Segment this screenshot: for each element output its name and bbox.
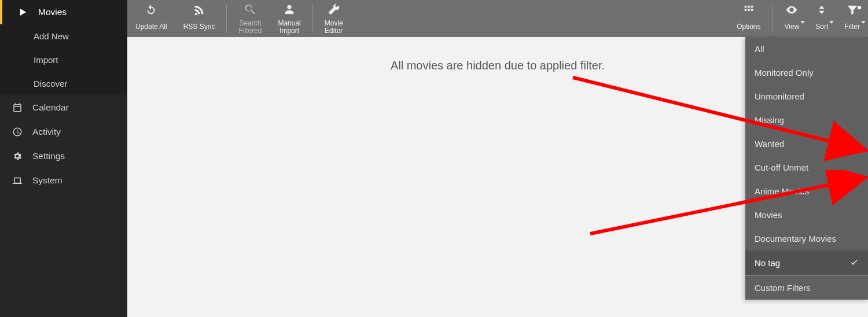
toolbar-left: Update All RSS Sync Search Filtered [127,0,351,37]
toolbar-update-all[interactable]: Update All [127,0,175,37]
toolbar-movie-editor[interactable]: Movie Editor [317,0,351,37]
calendar-icon [12,102,23,113]
filter-option-cut-off-unmet[interactable]: Cut-off Unmet [745,156,868,179]
main-area: Update All RSS Sync Search Filtered [127,0,868,317]
sidebar-item-label: Activity [32,127,61,137]
laptop-icon [12,175,23,186]
filter-option-anime-movies[interactable]: Anime Movies [745,179,868,203]
sidebar: Movies Add New Import Discover Calendar … [0,0,127,317]
sidebar-item-calendar[interactable]: Calendar [0,95,127,120]
toolbar-filter[interactable]: Filter [836,0,868,37]
toolbar-divider [773,5,773,32]
toolbar-options[interactable]: Options [729,0,768,37]
content-area: All movies are hidden due to applied fil… [127,37,868,317]
sidebar-item-activity[interactable]: Activity [0,120,127,144]
toolbar-divider [226,5,227,32]
sidebar-item-system[interactable]: System [0,168,127,193]
filter-option-unmonitored[interactable]: Unmonitored [745,84,868,108]
refresh-icon [145,3,157,19]
sidebar-item-movies[interactable]: Movies [0,0,127,24]
sort-icon [815,3,828,19]
toolbar-rss-sync[interactable]: RSS Sync [175,0,223,37]
toolbar-sort[interactable]: Sort [807,0,836,37]
toolbar-divider [312,5,313,32]
toolbar-view[interactable]: View [777,0,808,37]
filter-icon [846,3,859,19]
sidebar-subitem-discover[interactable]: Discover [0,72,127,95]
filter-active-dot-icon [858,6,861,9]
toolbar-search-filtered[interactable]: Search Filtered [230,0,270,37]
play-icon [17,7,29,17]
filter-dropdown: All Monitored Only Unmonitored Missing W… [745,37,868,300]
filter-option-wanted[interactable]: Wanted [745,132,868,156]
filter-option-movies[interactable]: Movies [745,203,868,227]
toolbar: Update All RSS Sync Search Filtered [127,0,868,37]
cogs-icon [12,151,23,161]
sidebar-item-label: Movies [38,7,67,17]
grid-icon [742,3,755,19]
eye-icon [785,3,798,19]
check-icon [849,257,859,268]
user-icon [283,3,296,18]
toolbar-right: Options View Sort [729,0,868,37]
filter-option-documentary-movies[interactable]: Documentary Movies [745,227,868,250]
filter-option-missing[interactable]: Missing [745,108,868,132]
sidebar-subitem-add-new[interactable]: Add New [0,24,127,48]
chevron-down-icon [861,21,866,24]
chevron-down-icon [800,21,805,24]
filter-option-custom-filters[interactable]: Custom Filters [745,276,868,300]
sidebar-item-label: System [32,175,62,186]
wrench-icon [328,3,340,18]
chevron-down-icon [829,21,834,24]
search-icon [244,3,256,18]
sidebar-subitem-import[interactable]: Import [0,48,127,72]
sidebar-subitems-movies: Add New Import Discover [0,24,127,95]
sidebar-item-label: Calendar [32,102,69,113]
clock-icon [12,127,23,137]
toolbar-manual-import[interactable]: Manual Import [270,0,308,37]
filter-option-monitored-only[interactable]: Monitored Only [745,61,868,84]
sidebar-item-settings[interactable]: Settings [0,144,127,168]
rss-icon [193,3,205,19]
sidebar-item-label: Settings [32,151,65,161]
filter-option-all[interactable]: All [745,37,868,61]
filter-option-no-tag[interactable]: No tag [745,250,868,275]
